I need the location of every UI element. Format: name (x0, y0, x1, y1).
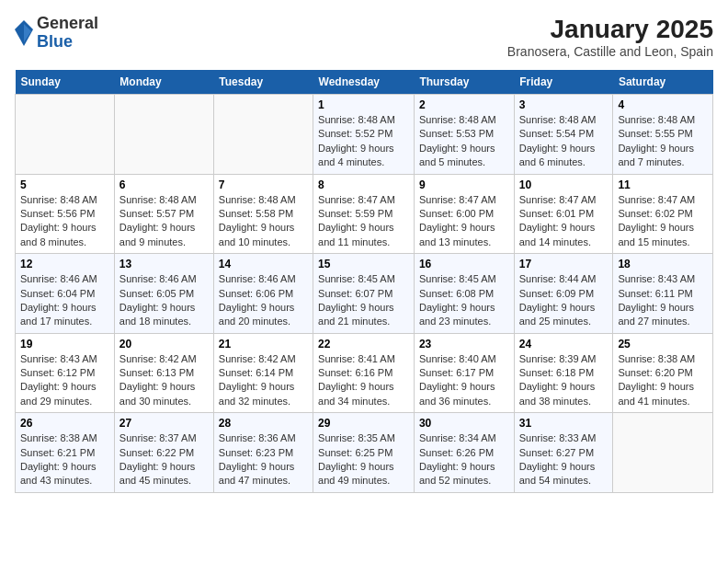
day-number: 26 (20, 417, 109, 430)
cell-sun-info: Sunrise: 8:41 AMSunset: 6:16 PMDaylight:… (318, 352, 409, 409)
cell-sun-info: Sunrise: 8:47 AMSunset: 6:01 PMDaylight:… (519, 193, 609, 250)
calendar-cell: 22Sunrise: 8:41 AMSunset: 6:16 PMDayligh… (313, 333, 415, 413)
cell-sun-info: Sunrise: 8:48 AMSunset: 5:56 PMDaylight:… (20, 193, 109, 250)
calendar-cell: 9Sunrise: 8:47 AMSunset: 6:00 PMDaylight… (414, 174, 514, 254)
day-number: 20 (119, 338, 209, 350)
cell-sun-info: Sunrise: 8:39 AMSunset: 6:18 PMDaylight:… (519, 352, 609, 409)
cell-sun-info: Sunrise: 8:47 AMSunset: 5:59 PMDaylight:… (318, 193, 409, 250)
weekday-header-monday: Monday (114, 70, 213, 95)
day-number: 16 (419, 258, 509, 270)
calendar-cell: 27Sunrise: 8:37 AMSunset: 6:22 PMDayligh… (114, 413, 213, 493)
cell-sun-info: Sunrise: 8:42 AMSunset: 6:14 PMDaylight:… (219, 352, 308, 409)
day-number: 21 (219, 338, 308, 350)
week-row-1: 1Sunrise: 8:48 AMSunset: 5:52 PMDaylight… (16, 95, 713, 175)
cell-sun-info: Sunrise: 8:37 AMSunset: 6:22 PMDaylight:… (119, 431, 209, 488)
day-number: 19 (20, 338, 109, 350)
calendar-cell: 28Sunrise: 8:36 AMSunset: 6:23 PMDayligh… (213, 413, 313, 493)
cell-sun-info: Sunrise: 8:40 AMSunset: 6:17 PMDaylight:… (419, 352, 509, 409)
day-number: 4 (618, 98, 708, 111)
calendar-cell (613, 413, 713, 493)
calendar-cell: 14Sunrise: 8:46 AMSunset: 6:06 PMDayligh… (213, 254, 313, 334)
cell-sun-info: Sunrise: 8:34 AMSunset: 6:26 PMDaylight:… (419, 431, 509, 488)
calendar-cell: 17Sunrise: 8:44 AMSunset: 6:09 PMDayligh… (514, 254, 613, 334)
cell-sun-info: Sunrise: 8:36 AMSunset: 6:23 PMDaylight:… (219, 431, 308, 488)
day-number: 2 (419, 98, 509, 111)
cell-sun-info: Sunrise: 8:46 AMSunset: 6:06 PMDaylight:… (219, 272, 308, 329)
week-row-4: 19Sunrise: 8:43 AMSunset: 6:12 PMDayligh… (16, 333, 713, 413)
cell-sun-info: Sunrise: 8:33 AMSunset: 6:27 PMDaylight:… (519, 431, 609, 488)
day-number: 24 (519, 338, 609, 350)
day-number: 29 (318, 417, 409, 430)
weekday-header-sunday: Sunday (16, 70, 115, 95)
cell-sun-info: Sunrise: 8:38 AMSunset: 6:21 PMDaylight:… (20, 431, 109, 488)
weekday-header-thursday: Thursday (414, 70, 514, 95)
cell-sun-info: Sunrise: 8:45 AMSunset: 6:07 PMDaylight:… (318, 272, 409, 329)
week-row-3: 12Sunrise: 8:46 AMSunset: 6:04 PMDayligh… (16, 254, 713, 334)
cell-sun-info: Sunrise: 8:43 AMSunset: 6:12 PMDaylight:… (20, 352, 109, 409)
calendar-cell: 10Sunrise: 8:47 AMSunset: 6:01 PMDayligh… (514, 174, 613, 254)
calendar-cell: 23Sunrise: 8:40 AMSunset: 6:17 PMDayligh… (414, 333, 514, 413)
cell-sun-info: Sunrise: 8:48 AMSunset: 5:55 PMDaylight:… (618, 113, 708, 170)
page-header: General Blue January 2025 Branosera, Cas… (15, 15, 713, 59)
day-number: 22 (318, 338, 409, 350)
day-number: 9 (419, 178, 509, 191)
day-number: 8 (318, 178, 409, 191)
day-number: 27 (119, 417, 209, 430)
calendar-cell: 3Sunrise: 8:48 AMSunset: 5:54 PMDaylight… (514, 95, 613, 175)
calendar-table: SundayMondayTuesdayWednesdayThursdayFrid… (15, 70, 713, 493)
calendar-cell: 19Sunrise: 8:43 AMSunset: 6:12 PMDayligh… (16, 333, 115, 413)
day-number: 31 (519, 417, 609, 430)
day-number: 25 (618, 338, 708, 350)
day-number: 17 (519, 258, 609, 270)
calendar-cell: 7Sunrise: 8:48 AMSunset: 5:58 PMDaylight… (213, 174, 313, 254)
cell-sun-info: Sunrise: 8:47 AMSunset: 6:00 PMDaylight:… (419, 193, 509, 250)
calendar-cell: 1Sunrise: 8:48 AMSunset: 5:52 PMDaylight… (313, 95, 415, 175)
calendar-cell: 2Sunrise: 8:48 AMSunset: 5:53 PMDaylight… (414, 95, 514, 175)
cell-sun-info: Sunrise: 8:48 AMSunset: 5:57 PMDaylight:… (119, 193, 209, 250)
day-number: 7 (219, 178, 308, 191)
calendar-cell: 13Sunrise: 8:46 AMSunset: 6:05 PMDayligh… (114, 254, 213, 334)
day-number: 11 (618, 178, 708, 191)
calendar-cell: 15Sunrise: 8:45 AMSunset: 6:07 PMDayligh… (313, 254, 415, 334)
day-number: 10 (519, 178, 609, 191)
weekday-header-wednesday: Wednesday (313, 70, 415, 95)
calendar-cell (114, 95, 213, 175)
cell-sun-info: Sunrise: 8:46 AMSunset: 6:04 PMDaylight:… (20, 272, 109, 329)
calendar-cell: 30Sunrise: 8:34 AMSunset: 6:26 PMDayligh… (414, 413, 514, 493)
calendar-cell: 24Sunrise: 8:39 AMSunset: 6:18 PMDayligh… (514, 333, 613, 413)
day-number: 3 (519, 98, 609, 111)
day-number: 6 (119, 178, 209, 191)
cell-sun-info: Sunrise: 8:45 AMSunset: 6:08 PMDaylight:… (419, 272, 509, 329)
cell-sun-info: Sunrise: 8:48 AMSunset: 5:52 PMDaylight:… (318, 113, 409, 170)
day-number: 28 (219, 417, 308, 430)
cell-sun-info: Sunrise: 8:47 AMSunset: 6:02 PMDaylight:… (618, 193, 708, 250)
calendar-cell: 31Sunrise: 8:33 AMSunset: 6:27 PMDayligh… (514, 413, 613, 493)
day-number: 1 (318, 98, 409, 111)
calendar-cell: 21Sunrise: 8:42 AMSunset: 6:14 PMDayligh… (213, 333, 313, 413)
weekday-header-tuesday: Tuesday (213, 70, 313, 95)
calendar-cell: 5Sunrise: 8:48 AMSunset: 5:56 PMDaylight… (16, 174, 115, 254)
cell-sun-info: Sunrise: 8:42 AMSunset: 6:13 PMDaylight:… (119, 352, 209, 409)
day-number: 23 (419, 338, 509, 350)
location: Branosera, Castille and Leon, Spain (507, 44, 713, 59)
month-year: January 2025 (507, 15, 713, 44)
day-number: 18 (618, 258, 708, 270)
calendar-cell (213, 95, 313, 175)
week-row-2: 5Sunrise: 8:48 AMSunset: 5:56 PMDaylight… (16, 174, 713, 254)
day-number: 5 (20, 178, 109, 191)
calendar-cell: 6Sunrise: 8:48 AMSunset: 5:57 PMDaylight… (114, 174, 213, 254)
week-row-5: 26Sunrise: 8:38 AMSunset: 6:21 PMDayligh… (16, 413, 713, 493)
cell-sun-info: Sunrise: 8:43 AMSunset: 6:11 PMDaylight:… (618, 272, 708, 329)
logo-blue-text: Blue (37, 33, 98, 52)
calendar-cell: 4Sunrise: 8:48 AMSunset: 5:55 PMDaylight… (613, 95, 713, 175)
calendar-cell: 11Sunrise: 8:47 AMSunset: 6:02 PMDayligh… (613, 174, 713, 254)
logo: General Blue (15, 15, 98, 52)
cell-sun-info: Sunrise: 8:48 AMSunset: 5:54 PMDaylight:… (519, 113, 609, 170)
calendar-cell: 29Sunrise: 8:35 AMSunset: 6:25 PMDayligh… (313, 413, 415, 493)
weekday-header-friday: Friday (514, 70, 613, 95)
cell-sun-info: Sunrise: 8:46 AMSunset: 6:05 PMDaylight:… (119, 272, 209, 329)
logo-icon (15, 20, 33, 46)
logo-general-text: General (37, 15, 98, 33)
cell-sun-info: Sunrise: 8:44 AMSunset: 6:09 PMDaylight:… (519, 272, 609, 329)
calendar-cell: 16Sunrise: 8:45 AMSunset: 6:08 PMDayligh… (414, 254, 514, 334)
